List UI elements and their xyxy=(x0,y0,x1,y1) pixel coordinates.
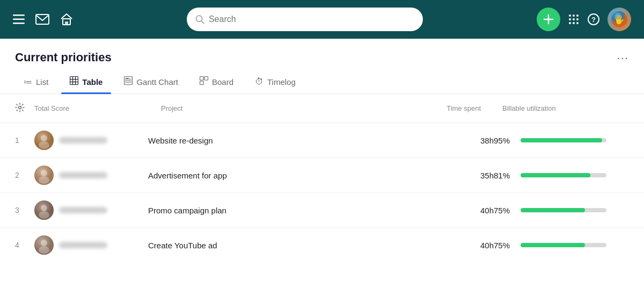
home-icon[interactable] xyxy=(60,13,73,25)
progress-bar-bg xyxy=(521,138,606,142)
time-spent-header: Time spent xyxy=(408,94,494,123)
search-bar[interactable] xyxy=(187,8,423,31)
tab-timelog[interactable]: ⏱ Timelog xyxy=(246,71,304,93)
svg-point-16 xyxy=(569,22,571,24)
user-name-4 xyxy=(59,242,107,248)
billable-utilization-header: Billable utilization xyxy=(494,94,644,123)
more-options-button[interactable]: ··· xyxy=(617,52,629,64)
svg-rect-0 xyxy=(13,15,25,16)
project-cell: Website re-design xyxy=(148,123,408,158)
menu-icon[interactable] xyxy=(13,15,25,24)
settings-column-header[interactable] xyxy=(0,94,30,123)
svg-point-39 xyxy=(39,141,49,149)
user-name-1 xyxy=(59,137,107,144)
rank-cell: 1 xyxy=(0,123,30,158)
page-title: Current priorities xyxy=(15,51,112,64)
tab-table[interactable]: Table xyxy=(61,71,111,94)
svg-point-13 xyxy=(569,18,571,20)
project-cell: Create YouTube ad xyxy=(148,228,408,263)
add-button[interactable] xyxy=(537,8,560,31)
svg-point-15 xyxy=(576,18,579,20)
tab-list[interactable]: ≔ List xyxy=(15,71,57,94)
table-row: 4 xyxy=(0,228,644,263)
user-avatar-1 xyxy=(34,131,54,150)
table-area: Total Score Project Time spent Billable … xyxy=(0,94,644,262)
score-cell xyxy=(30,158,148,193)
rank-cell: 3 xyxy=(0,193,30,228)
navbar: ? 🖐 xyxy=(0,0,644,39)
table-row: 2 xyxy=(0,158,644,193)
svg-point-45 xyxy=(39,211,49,219)
grid-icon[interactable] xyxy=(568,13,580,25)
svg-rect-32 xyxy=(126,78,129,79)
help-icon[interactable]: ? xyxy=(587,13,600,26)
user-name-3 xyxy=(59,207,107,213)
project-cell: Promo campaign plan xyxy=(148,193,408,228)
billable-pct: 81% xyxy=(494,171,514,180)
svg-point-11 xyxy=(573,15,575,17)
score-cell xyxy=(30,228,148,263)
score-cell xyxy=(30,123,148,158)
search-input[interactable] xyxy=(209,15,414,24)
billable-cell: 95% xyxy=(494,123,644,158)
project-header: Project xyxy=(148,94,408,123)
billable-pct: 95% xyxy=(494,136,514,145)
avatar-icon: 🖐 xyxy=(611,11,627,27)
svg-point-47 xyxy=(41,240,47,246)
list-icon: ≔ xyxy=(24,77,32,87)
user-avatar[interactable]: 🖐 xyxy=(608,8,631,31)
progress-bar-bg xyxy=(521,208,606,212)
svg-rect-5 xyxy=(65,22,68,25)
table-row: 1 xyxy=(0,123,644,158)
score-cell xyxy=(30,193,148,228)
progress-bar-bg xyxy=(521,243,606,247)
plus-icon xyxy=(543,14,554,25)
main-content: Current priorities ··· ≔ List Table xyxy=(0,39,644,301)
svg-point-18 xyxy=(576,22,579,24)
billable-cell: 75% xyxy=(494,193,644,228)
user-avatar-4 xyxy=(34,235,54,255)
svg-point-14 xyxy=(573,18,575,20)
svg-point-38 xyxy=(41,135,47,141)
svg-line-7 xyxy=(201,21,204,24)
timelog-icon: ⏱ xyxy=(255,77,264,87)
tab-gantt[interactable]: Gantt Chart xyxy=(115,71,187,94)
user-name-2 xyxy=(59,172,107,178)
table-icon xyxy=(70,76,78,87)
time-cell: 35h xyxy=(408,158,494,193)
table-grid-icon xyxy=(70,76,78,85)
billable-cell: 81% xyxy=(494,158,644,193)
progress-bar-fill xyxy=(521,243,585,247)
svg-text:?: ? xyxy=(591,16,596,24)
svg-rect-2 xyxy=(13,23,25,24)
svg-point-10 xyxy=(569,15,571,17)
billable-cell: 75% xyxy=(494,228,644,263)
board-icon xyxy=(200,76,208,87)
search-icon xyxy=(195,15,204,24)
svg-rect-1 xyxy=(13,19,25,20)
svg-point-44 xyxy=(41,205,47,211)
progress-bar-fill xyxy=(521,208,585,212)
data-table: Total Score Project Time spent Billable … xyxy=(0,94,644,262)
time-cell: 38h xyxy=(408,123,494,158)
svg-text:🖐: 🖐 xyxy=(614,15,625,25)
gantt-icon xyxy=(124,76,133,87)
svg-point-17 xyxy=(573,22,575,24)
progress-bar-fill xyxy=(521,173,590,177)
mail-icon[interactable] xyxy=(35,14,49,25)
user-avatar-3 xyxy=(34,200,54,220)
svg-point-36 xyxy=(19,106,21,109)
svg-rect-34 xyxy=(204,77,208,81)
progress-bar-bg xyxy=(521,173,606,177)
svg-point-48 xyxy=(39,246,49,254)
project-cell: Advertisement for app xyxy=(148,158,408,193)
svg-point-12 xyxy=(576,15,579,17)
user-avatar-2 xyxy=(34,166,54,185)
tabs-bar: ≔ List Table xyxy=(0,71,644,94)
gear-icon xyxy=(15,103,25,112)
table-row: 3 xyxy=(0,193,644,228)
billable-pct: 75% xyxy=(494,206,514,215)
tab-board[interactable]: Board xyxy=(191,71,242,94)
page-header: Current priorities ··· xyxy=(0,39,644,71)
time-cell: 40h xyxy=(408,193,494,228)
